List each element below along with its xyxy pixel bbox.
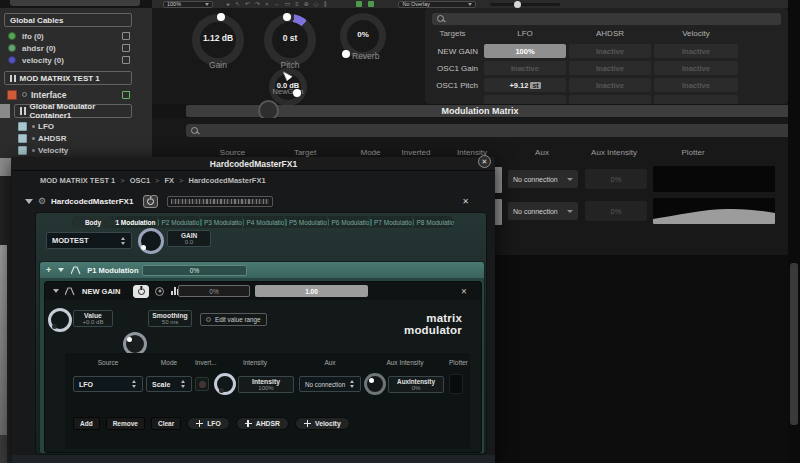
global-cables-header[interactable]: Global Cables (4, 13, 132, 27)
collapse-icon[interactable] (53, 289, 59, 293)
tab-p8-modulation[interactable]: P8 Modulation (412, 216, 455, 228)
right-scrollbar[interactable] (790, 263, 798, 425)
distribute-icon[interactable]: ↔ (274, 1, 280, 8)
retrigger-icon[interactable] (155, 287, 164, 296)
fx-gain-knob[interactable] (138, 228, 164, 254)
toolbar-icons[interactable]: ▸ ↖ ↶ ↷ × ↔ ▭ ≡ ⊕ ◇ ∥ (227, 1, 326, 8)
modulator-item-ahdsr[interactable]: AHDSR (0, 133, 152, 143)
tab-p1-modulation[interactable]: P1 Modulation (114, 216, 157, 228)
matrix-cell[interactable]: Inactive (484, 61, 566, 75)
tab-p7-modulation[interactable]: P7 Modulation (369, 216, 412, 228)
external-link-icon[interactable] (122, 91, 130, 99)
matrix-cell[interactable]: Inactive (569, 61, 651, 75)
redo-icon[interactable]: ↷ (255, 1, 260, 8)
tab-p6-modulation[interactable]: P6 Modulation (327, 216, 370, 228)
close-icon[interactable]: ✕ (462, 197, 469, 206)
list-icon[interactable]: ≡ (295, 1, 299, 8)
overlay-select[interactable]: No Overlay (398, 1, 476, 8)
select-icon[interactable]: ▸ (227, 1, 230, 8)
matrix-cell-partial[interactable] (654, 95, 738, 104)
close-icon[interactable]: ✕ (461, 287, 467, 296)
grid-icon[interactable]: ◇ (314, 1, 319, 8)
slider-handle[interactable] (514, 1, 521, 8)
interface-item[interactable]: Interface (0, 89, 152, 101)
cable-item-lfo[interactable]: lfo (0) (0, 31, 152, 41)
breadcrumb-item[interactable]: MOD MATRIX TEST 1 (40, 176, 115, 185)
dry-wet-slider[interactable] (167, 196, 273, 207)
tab-p4-modulation[interactable]: P4 Modulation (242, 216, 285, 228)
invert-toggle[interactable] (195, 377, 209, 391)
target-search-input[interactable] (432, 13, 781, 25)
undo-icon[interactable]: ↶ (245, 1, 250, 8)
tab-p2-modulation[interactable]: P2 Modulation (157, 216, 200, 228)
matrix-search-input[interactable] (186, 124, 797, 137)
external-link-icon[interactable] (122, 44, 130, 52)
external-link-icon[interactable] (122, 32, 130, 40)
modulation-value-bar[interactable]: 0% (178, 285, 250, 297)
group-intensity-bar[interactable]: 0% (142, 265, 247, 276)
modulator-item-lfo[interactable]: LFO (0, 121, 152, 131)
matrix-cell[interactable]: Inactive (569, 44, 651, 58)
remove-button[interactable]: Remove (106, 417, 145, 430)
collapse-icon[interactable] (25, 199, 33, 204)
clear-button[interactable]: Clear (151, 417, 181, 430)
matrix-cell[interactable]: 100% (484, 44, 566, 58)
new-gain-header[interactable]: NEW GAIN 0% 1.00 ✕ (45, 282, 481, 300)
preset-dropdown[interactable]: MODTEST (46, 232, 132, 249)
breadcrumb-item[interactable]: OSC1 (130, 176, 150, 185)
add-button[interactable]: Add (73, 417, 100, 430)
drag-source-velocity[interactable]: Velocity (295, 417, 350, 430)
zoom-select[interactable]: 100% (163, 1, 213, 8)
scrollbar-handle[interactable] (0, 158, 11, 176)
drag-source-ahdsr[interactable]: AHDSR (236, 417, 289, 430)
project-header[interactable]: MOD MATRIX TEST 1 (4, 71, 132, 85)
close-icon[interactable]: ✕ (478, 155, 491, 168)
source-dropdown[interactable]: LFO (73, 376, 143, 392)
aux-dropdown[interactable]: No connection (508, 202, 578, 220)
matrix-cell[interactable]: Inactive (569, 78, 651, 92)
aux-dropdown[interactable]: No connection (299, 376, 361, 392)
add-icon[interactable]: + (46, 265, 51, 275)
matrix-cell[interactable]: +9.12 st (484, 78, 566, 92)
container-header[interactable]: Global Modulator Container1 (14, 104, 132, 118)
aux-dropdown[interactable]: No connection (508, 170, 578, 188)
move-icon[interactable]: ↖ (235, 1, 240, 8)
matrix-cell-partial[interactable] (484, 95, 566, 104)
run-icon[interactable] (368, 1, 374, 7)
matrix-cell[interactable]: Inactive (654, 78, 738, 92)
add-icon[interactable]: ⊕ (304, 1, 309, 8)
aux-intensity-field[interactable]: 0% (585, 201, 647, 221)
columns-icon[interactable]: ∥ (323, 1, 326, 8)
intensity-knob[interactable] (214, 373, 236, 395)
aux-intensity-field[interactable]: 0% (585, 169, 647, 189)
delete-icon[interactable]: × (265, 1, 269, 8)
power-button[interactable] (143, 195, 158, 208)
matrix-cell-partial[interactable] (569, 95, 651, 104)
breadcrumb-item[interactable]: HardcodedMasterFX1 (188, 176, 265, 185)
tab-p3-modulation[interactable]: P3 Modulation (199, 216, 242, 228)
window-title-bar[interactable]: HardcodedMasterFX1 (12, 157, 495, 171)
aux-intensity-knob[interactable] (364, 373, 386, 395)
range-max-bar[interactable]: 1.00 (255, 285, 368, 297)
breadcrumb-item[interactable]: FX (165, 176, 175, 185)
align-icon[interactable]: ▭ (285, 1, 291, 8)
drag-source-lfo[interactable]: LFO (187, 417, 230, 430)
collapse-icon[interactable] (58, 268, 64, 272)
matrix-cell[interactable]: Inactive (654, 44, 738, 58)
mode-dropdown[interactable]: Scale (146, 376, 192, 392)
drag-handle[interactable] (0, 104, 10, 118)
pitch-knob[interactable]: 0 st (264, 14, 316, 66)
value-knob[interactable] (48, 308, 72, 332)
left-scrollbar[interactable] (0, 245, 7, 435)
cable-item-ahdsr[interactable]: ahdsr (0) (0, 43, 152, 53)
edit-value-range-button[interactable]: Edit value range (200, 313, 267, 326)
modulator-item-velocity[interactable]: Velocity (0, 145, 152, 155)
gain-knob[interactable]: 1.12 dB (192, 14, 244, 66)
tab-p5-modulation[interactable]: P5 Modulation (284, 216, 327, 228)
cable-item-velocity[interactable]: velocity (0) (0, 55, 152, 65)
external-link-icon[interactable] (122, 56, 130, 64)
group-header[interactable]: + P1 Modulation 0% (40, 262, 484, 278)
tab-body[interactable]: Body (72, 216, 114, 228)
matrix-cell[interactable]: Inactive (654, 61, 738, 75)
gear-icon[interactable]: ⚙ (38, 196, 46, 206)
